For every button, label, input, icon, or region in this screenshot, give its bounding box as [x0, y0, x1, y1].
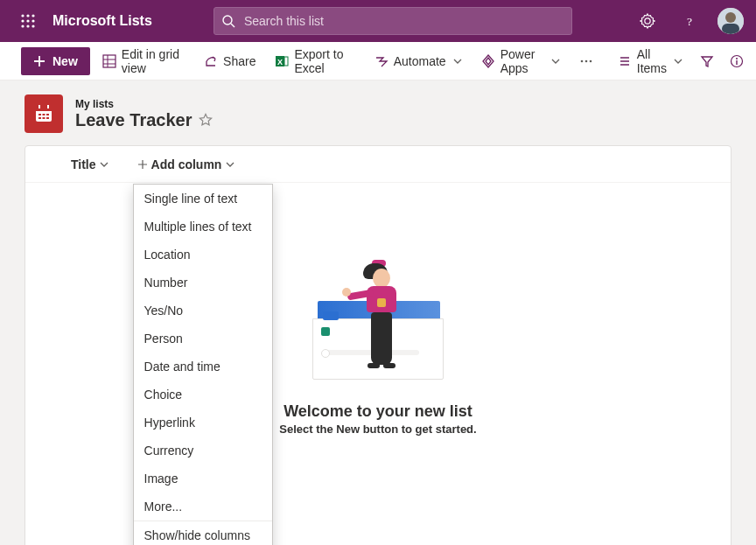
menu-item-date-time[interactable]: Date and time	[134, 353, 272, 381]
share-button[interactable]: Share	[197, 47, 262, 75]
chevron-down-icon	[551, 57, 560, 66]
info-button[interactable]	[724, 47, 749, 75]
svg-point-26	[736, 58, 738, 59]
svg-rect-30	[38, 105, 40, 108]
search-input[interactable]	[242, 13, 564, 29]
new-button[interactable]: New	[21, 47, 90, 75]
grid-icon	[102, 54, 116, 68]
empty-state-illustration	[312, 266, 444, 397]
view-selector[interactable]: All Items	[611, 47, 690, 75]
add-column-menu: Single line of text Multiple lines of te…	[133, 184, 273, 546]
svg-point-8	[32, 24, 34, 27]
menu-item-choice[interactable]: Choice	[134, 381, 272, 409]
svg-point-4	[26, 19, 29, 22]
add-column-button[interactable]: Add column Single line of text Multiple …	[138, 157, 235, 171]
search-box[interactable]	[214, 7, 572, 35]
automate-label: Automate	[394, 54, 446, 68]
menu-item-number[interactable]: Number	[134, 269, 272, 297]
chevron-down-icon	[453, 57, 462, 66]
filter-button[interactable]	[695, 47, 719, 75]
menu-item-show-hide[interactable]: Show/hide columns	[134, 521, 272, 546]
plus-icon	[33, 55, 46, 67]
menu-item-yes-no[interactable]: Yes/No	[134, 297, 272, 325]
svg-rect-15	[103, 55, 116, 67]
filter-icon	[700, 54, 714, 68]
add-column-label: Add column	[151, 157, 222, 171]
edit-grid-button[interactable]: Edit in grid view	[95, 47, 192, 75]
automate-button[interactable]: Automate	[368, 47, 469, 75]
svg-point-1	[26, 14, 29, 17]
power-apps-icon	[481, 54, 495, 68]
breadcrumb-my-lists[interactable]: My lists	[75, 98, 213, 110]
list-icon-badge	[24, 94, 63, 133]
menu-item-hyperlink[interactable]: Hyperlink	[134, 409, 272, 437]
menu-item-multiple-lines[interactable]: Multiple lines of text	[134, 213, 272, 241]
share-icon	[204, 54, 218, 68]
svg-rect-31	[47, 105, 49, 108]
svg-rect-36	[43, 117, 46, 119]
svg-point-0	[21, 14, 24, 17]
menu-item-person[interactable]: Person	[134, 325, 272, 353]
svg-point-22	[580, 59, 583, 62]
svg-point-3	[21, 19, 24, 22]
menu-item-more[interactable]: More...	[134, 493, 272, 521]
column-header-row: Title Add column Single line of text Mul…	[25, 146, 731, 183]
list-name: Leave Tracker	[75, 110, 192, 130]
help-icon[interactable]: ?	[676, 7, 704, 35]
empty-state-subtitle: Select the New button to get started.	[264, 423, 492, 436]
svg-point-23	[584, 59, 587, 62]
menu-item-image[interactable]: Image	[134, 465, 272, 493]
suite-header: Microsoft Lists ?	[0, 0, 756, 42]
column-title[interactable]: Title	[71, 157, 108, 171]
svg-point-24	[589, 59, 592, 62]
svg-point-6	[21, 24, 24, 27]
share-label: Share	[223, 54, 256, 68]
svg-rect-27	[736, 60, 737, 65]
command-bar: New Edit in grid view Share X Export to …	[0, 42, 756, 80]
power-apps-button[interactable]: Power Apps	[474, 47, 567, 75]
svg-rect-32	[38, 114, 41, 115]
edit-grid-label: Edit in grid view	[122, 47, 185, 75]
svg-text:?: ?	[687, 15, 692, 28]
svg-text:X: X	[277, 58, 283, 66]
chevron-down-icon	[226, 160, 234, 169]
view-selector-label: All Items	[637, 47, 667, 75]
list-header: My lists Leave Tracker	[24, 94, 732, 133]
search-icon	[221, 14, 235, 28]
new-button-label: New	[52, 54, 78, 68]
list-canvas: Title Add column Single line of text Mul…	[24, 145, 732, 545]
menu-item-location[interactable]: Location	[134, 241, 272, 269]
svg-point-13	[725, 12, 736, 23]
info-icon	[730, 54, 744, 68]
svg-point-9	[223, 16, 232, 24]
list-icon	[618, 54, 632, 68]
user-avatar[interactable]	[718, 8, 744, 34]
svg-point-7	[26, 24, 29, 27]
power-apps-label: Power Apps	[500, 47, 544, 75]
settings-icon[interactable]	[634, 7, 662, 35]
overflow-button[interactable]	[572, 47, 600, 75]
svg-rect-34	[46, 114, 49, 115]
svg-rect-29	[36, 107, 52, 111]
chevron-down-icon	[100, 160, 108, 169]
excel-icon: X	[275, 54, 289, 68]
app-name[interactable]: Microsoft Lists	[52, 13, 152, 29]
svg-point-2	[32, 14, 34, 17]
column-title-label: Title	[71, 157, 96, 171]
menu-item-currency[interactable]: Currency	[134, 437, 272, 465]
svg-rect-35	[38, 117, 41, 119]
svg-rect-37	[46, 117, 49, 119]
svg-rect-21	[284, 57, 288, 66]
automate-icon	[374, 54, 388, 68]
export-excel-button[interactable]: X Export to Excel	[268, 47, 361, 75]
svg-rect-14	[722, 24, 739, 34]
plus-icon	[138, 160, 147, 169]
svg-rect-33	[43, 114, 46, 115]
app-launcher-icon[interactable]	[7, 0, 49, 42]
menu-item-single-line[interactable]: Single line of text	[134, 185, 272, 213]
empty-state: Welcome to your new list Select the New …	[264, 266, 492, 436]
svg-line-10	[231, 24, 234, 27]
favorite-star-icon[interactable]	[199, 113, 213, 127]
more-icon	[579, 54, 593, 68]
empty-state-title: Welcome to your new list	[264, 402, 492, 421]
